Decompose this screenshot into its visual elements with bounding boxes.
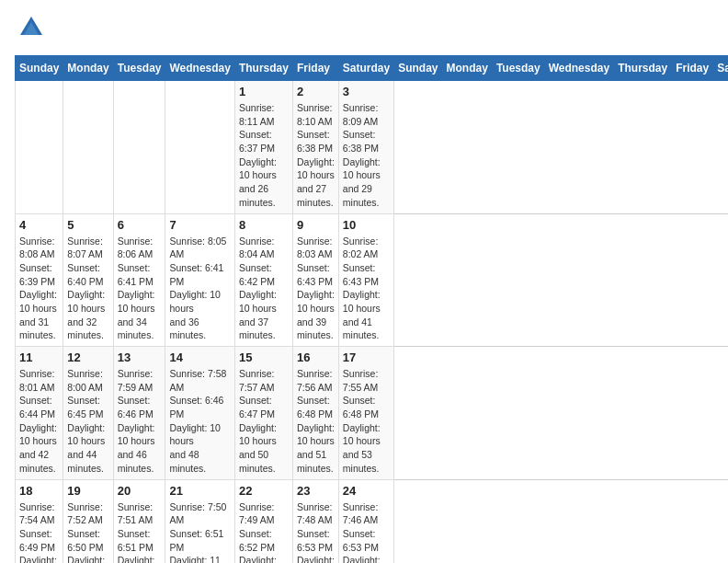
- day-header-thursday: Thursday: [234, 56, 292, 81]
- day-header-saturday: Saturday: [338, 56, 393, 81]
- day-number: 13: [118, 350, 162, 364]
- calendar-cell: 11Sunrise: 8:01 AMSunset: 6:44 PMDayligh…: [16, 347, 63, 480]
- day-number: 9: [297, 218, 335, 232]
- day-info: Sunrise: 8:07 AMSunset: 6:40 PMDaylight:…: [67, 235, 108, 343]
- day-number: 16: [297, 350, 335, 364]
- day-info: Sunrise: 7:55 AMSunset: 6:48 PMDaylight:…: [343, 367, 390, 476]
- week-row-2: 4Sunrise: 8:08 AMSunset: 6:39 PMDaylight…: [16, 213, 729, 347]
- day-info: Sunrise: 8:08 AMSunset: 6:39 PMDaylight:…: [19, 235, 59, 343]
- calendar-cell: 18Sunrise: 7:54 AMSunset: 6:49 PMDayligh…: [16, 479, 63, 563]
- day-header-tuesday: Tuesday: [492, 56, 544, 81]
- calendar-cell: 20Sunrise: 7:51 AMSunset: 6:51 PMDayligh…: [113, 479, 165, 563]
- calendar-cell: 10Sunrise: 8:02 AMSunset: 6:43 PMDayligh…: [338, 213, 393, 347]
- day-number: 4: [19, 218, 59, 232]
- calendar-cell: 16Sunrise: 7:56 AMSunset: 6:48 PMDayligh…: [292, 347, 338, 480]
- calendar-cell: 9Sunrise: 8:03 AMSunset: 6:43 PMDaylight…: [292, 213, 338, 347]
- calendar-cell: 14Sunrise: 7:58 AMSunset: 6:46 PMDayligh…: [165, 347, 234, 480]
- day-info: Sunrise: 7:50 AMSunset: 6:51 PMDaylight:…: [169, 500, 230, 564]
- day-number: 21: [169, 484, 230, 498]
- day-number: 6: [118, 218, 162, 232]
- day-header-wednesday: Wednesday: [165, 56, 234, 81]
- calendar-table: SundayMondayTuesdayWednesdayThursdayFrid…: [15, 55, 728, 563]
- day-number: 3: [343, 85, 390, 98]
- day-info: Sunrise: 7:52 AMSunset: 6:50 PMDaylight:…: [67, 500, 108, 564]
- day-info: Sunrise: 8:09 AMSunset: 6:38 PMDaylight:…: [343, 101, 390, 210]
- day-header-wednesday: Wednesday: [544, 56, 613, 81]
- calendar-cell: [165, 81, 234, 214]
- day-header-saturday: Saturday: [713, 56, 728, 81]
- day-number: 7: [169, 218, 230, 232]
- calendar-cell: 15Sunrise: 7:57 AMSunset: 6:47 PMDayligh…: [234, 347, 292, 480]
- week-row-3: 11Sunrise: 8:01 AMSunset: 6:44 PMDayligh…: [16, 347, 729, 480]
- day-info: Sunrise: 7:48 AMSunset: 6:53 PMDaylight:…: [297, 500, 335, 564]
- day-number: 8: [239, 218, 289, 232]
- calendar-cell: 5Sunrise: 8:07 AMSunset: 6:40 PMDaylight…: [63, 213, 113, 347]
- day-info: Sunrise: 8:05 AMSunset: 6:41 PMDaylight:…: [169, 235, 230, 343]
- day-header-sunday: Sunday: [16, 56, 63, 81]
- day-number: 10: [343, 218, 390, 232]
- day-number: 1: [239, 85, 289, 98]
- calendar-cell: 13Sunrise: 7:59 AMSunset: 6:46 PMDayligh…: [113, 347, 165, 480]
- day-info: Sunrise: 8:00 AMSunset: 6:45 PMDaylight:…: [67, 367, 108, 476]
- calendar-cell: 23Sunrise: 7:48 AMSunset: 6:53 PMDayligh…: [292, 479, 338, 563]
- day-header-sunday: Sunday: [394, 56, 442, 81]
- calendar-cell: 8Sunrise: 8:04 AMSunset: 6:42 PMDaylight…: [234, 213, 292, 347]
- day-number: 14: [169, 350, 230, 364]
- day-info: Sunrise: 8:01 AMSunset: 6:44 PMDaylight:…: [19, 367, 59, 476]
- day-number: 17: [343, 350, 390, 364]
- day-header-friday: Friday: [292, 56, 338, 81]
- day-info: Sunrise: 8:11 AMSunset: 6:37 PMDaylight:…: [239, 101, 289, 210]
- day-number: 18: [19, 484, 59, 498]
- calendar-cell: 4Sunrise: 8:08 AMSunset: 6:39 PMDaylight…: [16, 213, 63, 347]
- day-number: 11: [19, 350, 59, 364]
- day-info: Sunrise: 7:58 AMSunset: 6:46 PMDaylight:…: [169, 367, 230, 476]
- calendar-header-row: SundayMondayTuesdayWednesdayThursdayFrid…: [16, 56, 729, 81]
- day-info: Sunrise: 7:56 AMSunset: 6:48 PMDaylight:…: [297, 367, 335, 476]
- calendar-cell: 19Sunrise: 7:52 AMSunset: 6:50 PMDayligh…: [63, 479, 113, 563]
- calendar-cell: 1Sunrise: 8:11 AMSunset: 6:37 PMDaylight…: [234, 81, 292, 214]
- calendar-cell: 3Sunrise: 8:09 AMSunset: 6:38 PMDaylight…: [338, 81, 393, 214]
- day-number: 5: [67, 218, 108, 232]
- calendar-cell: [113, 81, 165, 214]
- day-number: 22: [239, 484, 289, 498]
- calendar-cell: [63, 81, 113, 214]
- calendar-cell: 12Sunrise: 8:00 AMSunset: 6:45 PMDayligh…: [63, 347, 113, 480]
- day-info: Sunrise: 7:57 AMSunset: 6:47 PMDaylight:…: [239, 367, 289, 476]
- day-header-monday: Monday: [442, 56, 492, 81]
- day-info: Sunrise: 8:03 AMSunset: 6:43 PMDaylight:…: [297, 235, 335, 343]
- day-number: 23: [297, 484, 335, 498]
- calendar-cell: 2Sunrise: 8:10 AMSunset: 6:38 PMDaylight…: [292, 81, 338, 214]
- day-number: 20: [118, 484, 162, 498]
- day-number: 24: [343, 484, 390, 498]
- day-number: 15: [239, 350, 289, 364]
- logo-icon: [18, 15, 44, 44]
- day-info: Sunrise: 8:04 AMSunset: 6:42 PMDaylight:…: [239, 235, 289, 343]
- day-info: Sunrise: 7:54 AMSunset: 6:49 PMDaylight:…: [19, 500, 59, 564]
- calendar-cell: 21Sunrise: 7:50 AMSunset: 6:51 PMDayligh…: [165, 479, 234, 563]
- day-number: 2: [297, 85, 335, 98]
- day-info: Sunrise: 7:51 AMSunset: 6:51 PMDaylight:…: [118, 500, 162, 564]
- day-header-monday: Monday: [63, 56, 113, 81]
- day-info: Sunrise: 8:10 AMSunset: 6:38 PMDaylight:…: [297, 101, 335, 210]
- calendar-cell: 24Sunrise: 7:46 AMSunset: 6:53 PMDayligh…: [338, 479, 393, 563]
- day-header-friday: Friday: [672, 56, 713, 81]
- calendar-cell: 17Sunrise: 7:55 AMSunset: 6:48 PMDayligh…: [338, 347, 393, 480]
- calendar-cell: [16, 81, 63, 214]
- calendar-cell: 7Sunrise: 8:05 AMSunset: 6:41 PMDaylight…: [165, 213, 234, 347]
- calendar-cell: 6Sunrise: 8:06 AMSunset: 6:41 PMDaylight…: [113, 213, 165, 347]
- day-header-thursday: Thursday: [614, 56, 672, 81]
- week-row-1: 1Sunrise: 8:11 AMSunset: 6:37 PMDaylight…: [16, 81, 729, 214]
- day-info: Sunrise: 7:59 AMSunset: 6:46 PMDaylight:…: [118, 367, 162, 476]
- header: [15, 15, 713, 44]
- day-number: 19: [67, 484, 108, 498]
- calendar-cell: 22Sunrise: 7:49 AMSunset: 6:52 PMDayligh…: [234, 479, 292, 563]
- day-info: Sunrise: 7:46 AMSunset: 6:53 PMDaylight:…: [343, 500, 390, 564]
- day-number: 12: [67, 350, 108, 364]
- day-info: Sunrise: 8:06 AMSunset: 6:41 PMDaylight:…: [118, 235, 162, 343]
- day-header-tuesday: Tuesday: [113, 56, 165, 81]
- week-row-4: 18Sunrise: 7:54 AMSunset: 6:49 PMDayligh…: [16, 479, 729, 563]
- logo: [15, 15, 44, 44]
- day-info: Sunrise: 8:02 AMSunset: 6:43 PMDaylight:…: [343, 235, 390, 343]
- day-info: Sunrise: 7:49 AMSunset: 6:52 PMDaylight:…: [239, 500, 289, 564]
